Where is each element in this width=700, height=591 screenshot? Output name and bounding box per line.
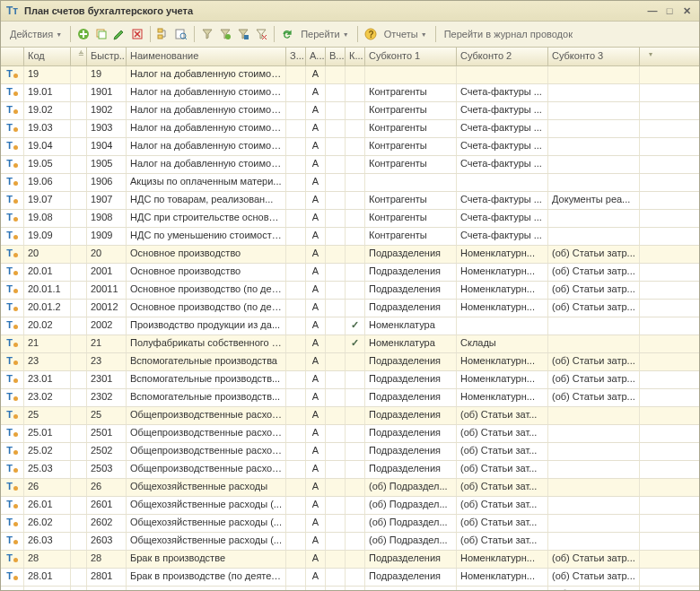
cell-pad [640,174,654,191]
table-row[interactable]: T2828Брак в производствеАПодразделенияНо… [1,551,699,569]
edit-button[interactable] [111,26,127,42]
filter-clear-button[interactable] [253,26,269,42]
col-fast[interactable]: Быстр... [87,48,127,65]
col-code[interactable]: Код [24,48,71,65]
delete-button[interactable] [129,26,145,42]
cell-fast: 26 [87,479,127,496]
cell-k: ✓ [346,317,365,335]
help-button[interactable]: ? [363,26,379,42]
refresh-button[interactable] [279,26,295,42]
table-row[interactable]: T25.032503Общепроизводственные расход...… [1,461,699,479]
filter-1-button[interactable] [199,26,215,42]
cell-pad [640,228,654,245]
cell-spacer [71,210,87,227]
table-row[interactable]: T2121Полуфабрикаты собственного п...А✓Но… [1,335,699,353]
table-row[interactable]: T26.022602Общехозяйственные расходы (...… [1,515,699,533]
col-marker[interactable] [1,48,24,65]
row-marker: T [1,66,24,83]
goto-menu[interactable]: Перейти▼ [297,29,353,39]
cell-code: 25.02 [24,443,71,460]
table-row[interactable]: T19.061906Акцизы по оплаченным матери...… [1,174,699,192]
cell-sk3: Документы реа... [548,192,640,209]
cell-name: Общехозяйственные расходы (... [127,497,286,514]
add-copy-button[interactable] [93,26,109,42]
table-row[interactable]: T19.031903Налог на добавленную стоимос..… [1,120,699,138]
col-v[interactable]: В... [326,48,346,65]
cell-sk3 [548,443,640,460]
col-scroll: ▾ [640,48,654,65]
row-marker: T [1,371,24,388]
table-row[interactable]: T19.011901Налог на добавленную стоимос..… [1,84,699,102]
cell-pad [640,317,654,335]
cell-fast: 20011 [87,282,127,299]
table-row[interactable]: T26.012601Общехозяйственные расходы (...… [1,497,699,515]
maximize-button[interactable]: □ [662,4,677,17]
minimize-button[interactable]: — [645,4,660,17]
cell-sk3 [548,497,640,514]
table-row[interactable]: T2525Общепроизводственные расходыАПодраз… [1,407,699,425]
cell-sk1: Подразделения [365,443,457,460]
col-sk3[interactable]: Субконто 3 [548,48,640,65]
cell-sk2: Номенклатурн... [457,264,548,281]
cell-z [286,407,306,424]
table-row[interactable]: T19.071907НДС по товарам, реализован...А… [1,192,699,210]
cell-pad [640,156,654,173]
col-sort[interactable]: ≜ [71,48,87,65]
cell-fast: 1904 [87,138,127,155]
table-row[interactable]: T2626Общехозяйственные расходыА(об) Подр… [1,479,699,497]
table-row[interactable]: T2020Основное производствоАПодразделения… [1,246,699,264]
actions-menu[interactable]: Действия▼ [6,29,66,39]
table-row[interactable]: T19.081908НДС при строительстве основн..… [1,210,699,228]
table-row[interactable]: T20.01.120011Основное производство (по д… [1,282,699,300]
close-button[interactable]: ✕ [679,4,694,17]
col-z-label: З... [290,50,304,61]
table-row[interactable]: T19.051905Налог на добавленную стоимос..… [1,156,699,174]
table-row[interactable]: T20.01.220012Основное производство (по д… [1,300,699,317]
cell-code: 25.01 [24,425,71,442]
cell-z [286,192,306,209]
cell-a: А [306,192,326,209]
cell-v [326,228,346,245]
col-a[interactable]: А... [306,48,326,65]
find-button[interactable] [173,26,189,42]
table-row[interactable]: T19.091909НДС по уменьшению стоимости...… [1,228,699,246]
cell-a: А [306,497,326,514]
cell-a: А [306,282,326,299]
table-row[interactable]: T25.022502Общепроизводственные расход...… [1,443,699,461]
table-row[interactable]: T19.041904Налог на добавленную стоимос..… [1,138,699,156]
col-sk1[interactable]: Субконто 1 [365,48,457,65]
table-row[interactable]: T23.022302Вспомогательные производств...… [1,389,699,407]
col-name-label: Наименование [130,50,198,61]
table-row[interactable]: T23.012301Вспомогательные производств...… [1,371,699,389]
col-sk2[interactable]: Субконто 2 [457,48,548,65]
table-row[interactable]: T28.022802Брак в производстве (по деятел… [1,587,699,590]
table-row[interactable]: T28.012801Брак в производстве (по деятел… [1,569,699,587]
reports-menu[interactable]: Отчеты▼ [381,29,431,39]
add-button[interactable] [75,26,92,42]
journal-link[interactable]: Перейти в журнал проводок [441,29,576,39]
cell-k [346,515,365,532]
cell-a: А [306,533,326,550]
cell-a: А [306,587,326,590]
cell-fast: 1901 [87,84,127,101]
cell-v [326,246,346,263]
grid-body[interactable]: T1919Налог на добавленную стоимос...АT19… [1,66,699,590]
filter-3-button[interactable] [235,26,251,42]
table-row[interactable]: T2323Вспомогательные производстваАПодраз… [1,353,699,371]
table-row[interactable]: T26.032603Общехозяйственные расходы (...… [1,533,699,551]
table-row[interactable]: T25.012501Общепроизводственные расход...… [1,425,699,443]
hierarchy-button[interactable] [155,26,171,42]
table-row[interactable]: T1919Налог на добавленную стоимос...А [1,66,699,84]
col-z[interactable]: З... [286,48,306,65]
cell-sk3 [548,120,640,137]
cell-name: Брак в производстве (по деятел... [127,569,286,586]
filter-2-button[interactable] [217,26,233,42]
cell-name: Налог на добавленную стоимос... [127,120,286,137]
cell-sk3 [548,228,640,245]
table-row[interactable]: T19.021902Налог на добавленную стоимос..… [1,102,699,120]
table-row[interactable]: T20.022002Производство продукции из да..… [1,317,699,335]
cell-k [346,443,365,460]
table-row[interactable]: T20.012001Основное производствоАПодразде… [1,264,699,282]
col-k[interactable]: К... [346,48,365,65]
col-name[interactable]: Наименование [127,48,286,65]
